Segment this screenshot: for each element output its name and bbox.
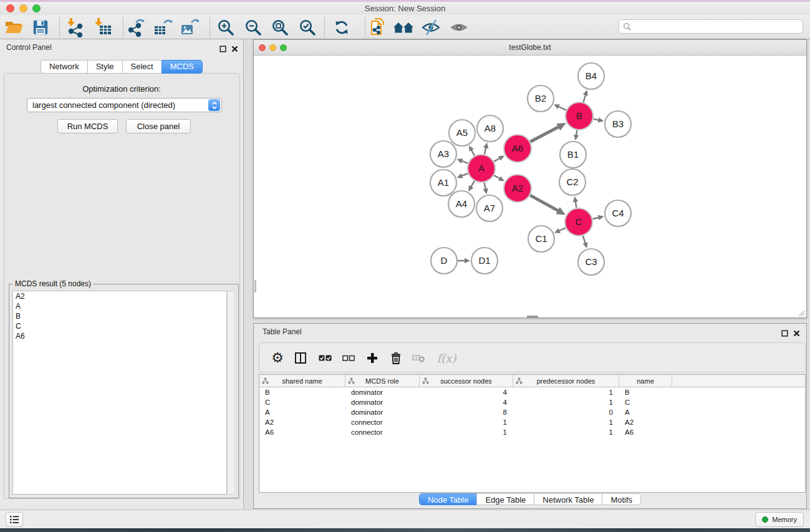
table-settings-button[interactable]: ⚙ <box>267 347 288 369</box>
column-header-mcds-role[interactable]: MCDS role <box>345 375 420 387</box>
graph-edge-C-C4[interactable] <box>592 218 599 219</box>
table-row[interactable]: A2connector11A2 <box>259 417 805 427</box>
graph-node-A7[interactable]: A7 <box>476 195 503 221</box>
show-all-button[interactable] <box>448 17 470 38</box>
graph-node-B[interactable]: B <box>566 102 593 130</box>
open-session-button[interactable] <box>4 17 25 38</box>
zoom-selected-button[interactable] <box>297 17 318 38</box>
zoom-fit-button[interactable] <box>269 17 291 38</box>
mcds-result-item[interactable]: B <box>13 311 226 321</box>
graph-node-C3[interactable]: C3 <box>578 249 604 275</box>
refresh-view-button[interactable] <box>331 17 352 38</box>
float-panel-icon[interactable] <box>219 46 226 52</box>
table-row[interactable]: Cdominator41C <box>259 397 805 407</box>
graph-edge-B-B4[interactable] <box>584 95 586 102</box>
graph-edge-B-B3[interactable] <box>594 119 599 120</box>
table-row[interactable]: A6connector11A6 <box>259 427 805 437</box>
tab-edge-table[interactable]: Edge Table <box>476 493 534 505</box>
graph-node-B4[interactable]: B4 <box>578 63 604 89</box>
graph-node-A[interactable]: A <box>468 155 495 182</box>
save-session-button[interactable] <box>30 17 51 38</box>
graph-node-D1[interactable]: D1 <box>471 248 498 274</box>
graph-edge-A-A5[interactable] <box>471 150 475 156</box>
graph-edge-A6-B[interactable] <box>530 127 559 142</box>
mcds-result-scrollbar[interactable] <box>227 291 235 495</box>
network-graph[interactable]: B4B2BB3A5A8A6B1A3AC2A1A2A4A7C4CC1C3DD1 <box>254 56 806 317</box>
graph-edge-C-C2[interactable] <box>576 201 577 208</box>
graph-node-D[interactable]: D <box>431 248 457 274</box>
delete-columns-button[interactable] <box>385 347 407 369</box>
tab-node-table[interactable]: Node Table <box>419 493 478 505</box>
graph-edge-A-A8[interactable] <box>485 147 486 154</box>
graph-edge-B-B2[interactable] <box>558 107 566 110</box>
export-table-button[interactable] <box>152 17 173 38</box>
table-row[interactable]: Adominator80A <box>259 407 805 417</box>
hide-selected-button[interactable] <box>420 17 441 38</box>
horizontal-scroll-thumb[interactable] <box>527 316 538 317</box>
tab-network[interactable]: Network <box>41 60 88 74</box>
graph-node-A2[interactable]: A2 <box>504 175 531 202</box>
mcds-result-item[interactable]: C <box>13 321 226 331</box>
tab-style[interactable]: Style <box>87 60 123 74</box>
close-table-panel-icon[interactable] <box>793 330 800 337</box>
graph-node-A8[interactable]: A8 <box>477 115 503 142</box>
resize-grip-icon[interactable] <box>797 309 805 317</box>
search-input[interactable] <box>634 22 799 31</box>
function-builder-button[interactable]: f(x) <box>434 347 459 369</box>
graph-edge-B-B1[interactable] <box>576 130 577 136</box>
graph-node-A5[interactable]: A5 <box>449 120 475 146</box>
show-panels-menu-button[interactable] <box>6 512 23 527</box>
vertical-scroll-thumb[interactable] <box>254 280 256 293</box>
mcds-result-item[interactable]: A2 <box>13 291 226 301</box>
network-canvas[interactable]: B4B2BB3A5A8A6B1A3AC2A1A2A4A7C4CC1C3DD1 <box>254 56 806 317</box>
graph-edge-A2-C[interactable] <box>530 195 558 211</box>
graph-node-A6[interactable]: A6 <box>504 135 531 162</box>
graph-node-C1[interactable]: C1 <box>528 226 554 252</box>
column-header-shared-name[interactable]: shared name <box>259 375 345 387</box>
graph-edge-C-C3[interactable] <box>583 236 586 243</box>
column-header-name[interactable]: name <box>619 375 672 387</box>
column-header-predecessor-nodes[interactable]: predecessor nodes <box>513 375 619 387</box>
first-neighbors-button[interactable] <box>393 17 414 38</box>
graph-edge-A-A6[interactable] <box>494 158 500 161</box>
tab-select[interactable]: Select <box>122 60 162 74</box>
mcds-result-item[interactable]: A <box>13 301 226 311</box>
graph-edge-A-A3[interactable] <box>461 161 468 163</box>
memory-button[interactable]: Memory <box>755 512 804 527</box>
graph-node-A3[interactable]: A3 <box>430 141 456 167</box>
graph-node-C[interactable]: C <box>565 208 592 236</box>
show-column-button[interactable] <box>290 347 311 369</box>
graph-node-A4[interactable]: A4 <box>448 191 475 217</box>
add-column-button[interactable] <box>362 347 383 369</box>
graph-node-C2[interactable]: C2 <box>559 169 586 195</box>
graph-edge-A-A7[interactable] <box>485 183 486 190</box>
run-mcds-button[interactable]: Run MCDS <box>57 119 118 133</box>
select-all-columns-button[interactable] <box>314 347 335 369</box>
mcds-result-item[interactable]: A6 <box>13 331 226 341</box>
float-table-panel-icon[interactable] <box>781 330 788 337</box>
import-table-button[interactable] <box>93 17 114 38</box>
tab-network-table[interactable]: Network Table <box>534 493 602 505</box>
graph-node-A1[interactable]: A1 <box>430 170 456 196</box>
column-header-successor-nodes[interactable]: successor nodes <box>420 375 513 387</box>
graph-edge-A-A2[interactable] <box>494 175 500 178</box>
graph-node-C4[interactable]: C4 <box>605 200 631 226</box>
tab-motifs[interactable]: Motifs <box>602 493 641 505</box>
graph-node-B3[interactable]: B3 <box>605 111 631 137</box>
table-row[interactable]: Bdominator41B <box>259 387 805 397</box>
criterion-dropdown[interactable]: largest connected component (directed) <box>27 98 222 112</box>
graph-node-B1[interactable]: B1 <box>560 142 586 168</box>
export-image-button[interactable] <box>179 17 200 38</box>
graph-edge-C-C1[interactable] <box>559 228 566 231</box>
export-network-button[interactable] <box>125 17 147 38</box>
close-panel-button[interactable]: Close panel <box>126 119 191 133</box>
delete-table-button[interactable] <box>408 347 429 369</box>
network-from-file-button[interactable] <box>368 17 389 38</box>
zoom-in-button[interactable] <box>215 17 236 38</box>
import-network-button[interactable] <box>65 17 86 38</box>
graph-edge-A-A1[interactable] <box>461 173 468 176</box>
zoom-out-button[interactable] <box>243 17 264 38</box>
graph-edge-A-A4[interactable] <box>471 181 475 187</box>
close-panel-icon[interactable] <box>231 46 238 52</box>
toolbar-search[interactable] <box>619 19 803 34</box>
